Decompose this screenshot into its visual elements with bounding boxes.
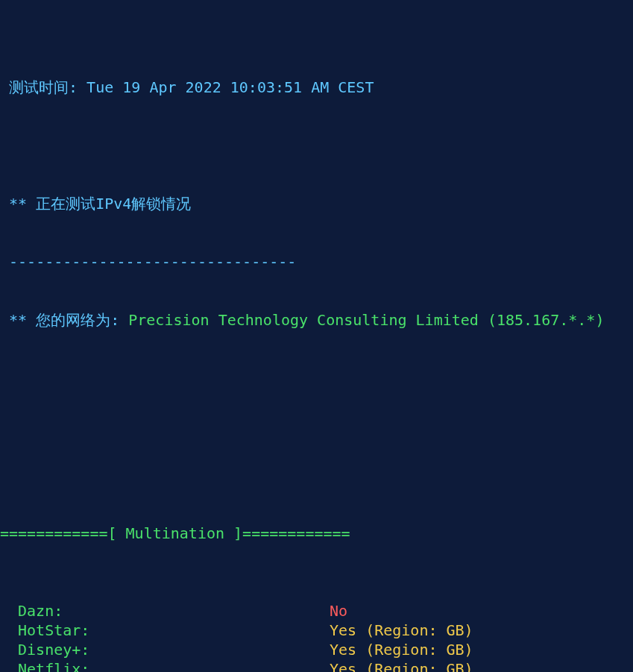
result-row: Disney+:Yes (Region: GB) <box>0 640 633 659</box>
terminal-output: 测试时间: Tue 19 Apr 2022 10:03:51 AM CEST *… <box>0 0 633 672</box>
blank-line <box>0 427 633 446</box>
blank-line <box>0 136 633 155</box>
service-label: Disney+: <box>0 640 330 659</box>
service-status: Yes (Region: GB) <box>330 641 473 659</box>
test-time-line: 测试时间: Tue 19 Apr 2022 10:03:51 AM CEST <box>0 78 633 97</box>
dash-line: -------------------------------- <box>0 252 633 271</box>
service-label: Dazn: <box>0 601 330 621</box>
testing-ipv4-line: ** 正在测试IPv4解锁情况 <box>0 194 633 213</box>
service-label: Netflix: <box>0 659 330 672</box>
service-status: No <box>330 602 347 620</box>
result-row: HotStar:Yes (Region: GB) <box>0 621 633 640</box>
service-status: Yes (Region: GB) <box>330 621 473 639</box>
service-status: Yes (Region: GB) <box>330 660 473 672</box>
multination-list: Dazn:No HotStar:Yes (Region: GB) Disney+… <box>0 601 633 672</box>
blank-line <box>0 368 633 388</box>
section-header-multination: ============[ Multination ]============ <box>0 524 633 543</box>
network-name: Precision Technology Consulting Limited … <box>128 311 604 329</box>
result-row: Netflix:Yes (Region: GB) <box>0 659 633 672</box>
network-prefix: ** 您的网络为: <box>0 311 128 329</box>
service-label: HotStar: <box>0 621 330 640</box>
result-row: Dazn:No <box>0 601 633 621</box>
network-line: ** 您的网络为: Precision Technology Consultin… <box>0 310 633 330</box>
